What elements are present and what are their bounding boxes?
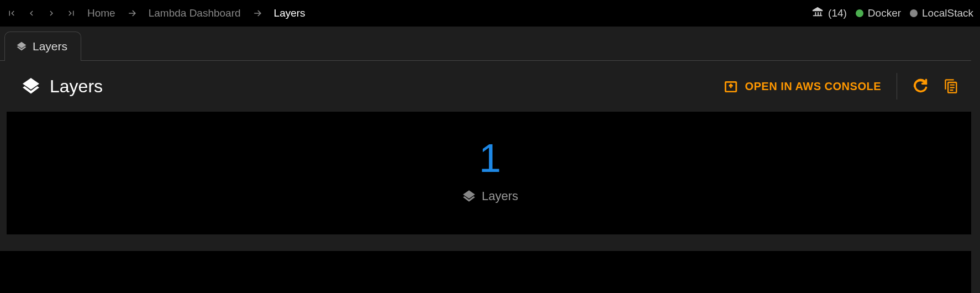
open-aws-console-button[interactable]: OPEN IN AWS CONSOLE (724, 79, 881, 93)
stat-label-group: Layers (462, 189, 518, 203)
page-header: Layers OPEN IN AWS CONSOLE (0, 61, 980, 112)
top-navigation: Home Lambda Dashboard Layers (14) Docker… (0, 0, 980, 27)
tab-label: Layers (33, 40, 67, 53)
stat-card-layers[interactable]: 1 Layers (7, 112, 973, 234)
status-docker-label: Docker (868, 7, 901, 19)
layers-icon (462, 189, 476, 203)
page-title-group: Layers (21, 76, 103, 97)
tab-layers[interactable]: Layers (4, 32, 81, 61)
tab-bar: Layers (0, 27, 980, 61)
status-localstack-label: LocalStack (922, 7, 973, 19)
header-actions: OPEN IN AWS CONSOLE (724, 73, 959, 100)
status-region-count[interactable]: (14) (812, 6, 847, 21)
nav-back-icon[interactable] (27, 8, 36, 18)
breadcrumb-home[interactable]: Home (87, 7, 115, 19)
content-area: 1 Layers (0, 112, 980, 234)
chevron-right-icon (127, 8, 138, 19)
status-docker[interactable]: Docker (856, 7, 901, 19)
copy-view-button[interactable] (944, 79, 959, 94)
scrollbar[interactable] (971, 27, 980, 293)
layers-icon (21, 76, 41, 96)
status-area: (14) Docker LocalStack (812, 6, 973, 21)
spacer (0, 234, 980, 251)
breadcrumb: Home Lambda Dashboard Layers (87, 7, 812, 19)
nav-arrows (7, 8, 76, 18)
nav-last-icon[interactable] (66, 8, 76, 18)
aws-console-label: OPEN IN AWS CONSOLE (745, 80, 881, 93)
nav-forward-icon[interactable] (46, 8, 56, 18)
bank-icon (812, 6, 824, 21)
breadcrumb-current: Layers (274, 7, 305, 19)
stat-label: Layers (482, 189, 518, 203)
status-dot-green-icon (856, 9, 863, 17)
status-count-label: (14) (828, 7, 847, 19)
chevron-right-icon (252, 8, 263, 19)
breadcrumb-dashboard[interactable]: Lambda Dashboard (149, 7, 241, 19)
status-localstack[interactable]: LocalStack (910, 7, 973, 19)
page-title: Layers (50, 76, 103, 97)
status-dot-gray-icon (910, 9, 918, 17)
layers-icon (16, 41, 27, 52)
stat-count: 1 (479, 138, 501, 178)
nav-first-icon[interactable] (7, 8, 17, 18)
divider (897, 73, 897, 100)
refresh-button[interactable] (913, 79, 928, 94)
